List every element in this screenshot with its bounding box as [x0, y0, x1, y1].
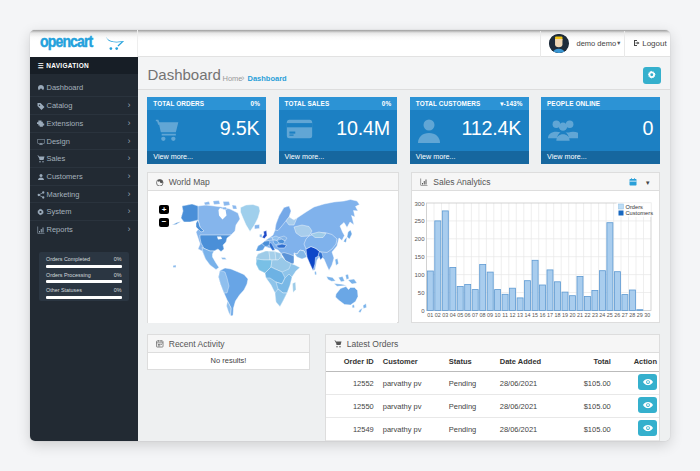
svg-text:14: 14 [525, 312, 531, 318]
svg-text:09: 09 [487, 312, 493, 318]
svg-text:Customers: Customers [626, 210, 654, 216]
svg-text:30: 30 [644, 312, 650, 318]
svg-text:28: 28 [630, 312, 636, 318]
svg-text:17: 17 [547, 312, 553, 318]
svg-text:01: 01 [427, 312, 433, 318]
svg-text:11: 11 [503, 312, 509, 318]
svg-text:05: 05 [457, 312, 463, 318]
svg-text:04: 04 [450, 312, 456, 318]
svg-text:250: 250 [415, 218, 426, 224]
svg-text:10: 10 [495, 312, 501, 318]
svg-text:23: 23 [592, 312, 598, 318]
svg-text:150: 150 [415, 253, 426, 259]
svg-text:18: 18 [555, 312, 561, 318]
svg-text:08: 08 [480, 312, 486, 318]
svg-text:02: 02 [435, 312, 441, 318]
svg-text:19: 19 [562, 312, 568, 318]
svg-text:25: 25 [607, 312, 613, 318]
svg-text:06: 06 [465, 312, 471, 318]
svg-text:29: 29 [637, 312, 643, 318]
svg-text:22: 22 [585, 312, 591, 318]
svg-text:200: 200 [415, 236, 426, 242]
svg-text:100: 100 [415, 271, 426, 277]
svg-text:03: 03 [442, 312, 448, 318]
svg-text:12: 12 [510, 312, 516, 318]
svg-text:13: 13 [517, 312, 523, 318]
svg-text:20: 20 [570, 312, 576, 318]
svg-text:300: 300 [415, 200, 426, 206]
svg-text:16: 16 [540, 312, 546, 318]
svg-text:26: 26 [615, 312, 621, 318]
svg-text:27: 27 [622, 312, 628, 318]
svg-text:07: 07 [472, 312, 478, 318]
svg-text:21: 21 [577, 312, 583, 318]
svg-text:Orders: Orders [626, 203, 644, 209]
svg-text:50: 50 [418, 289, 425, 295]
svg-text:15: 15 [532, 312, 538, 318]
svg-text:24: 24 [600, 312, 606, 318]
svg-text:0: 0 [421, 307, 425, 313]
